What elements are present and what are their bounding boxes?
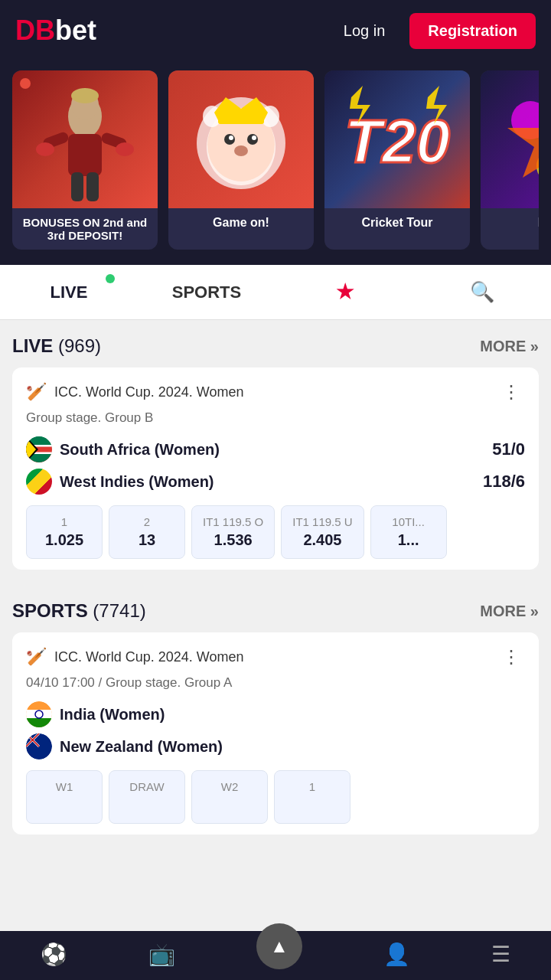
svg-rect-8 [71,172,83,201]
live-match-card-1: 🏏 ICC. World Cup. 2024. Women ⋮ Group st… [12,368,539,570]
match-stage-1: Group stage. Group B [26,410,525,426]
promo-label-love: Lov... [481,208,539,237]
promo-img-bonuses [12,70,158,208]
svg-rect-9 [86,172,99,201]
odds-btn-1-3[interactable]: IT1 119.5 O 1.536 [191,505,275,559]
soccer-player-svg [31,74,139,204]
live-indicator [106,274,115,283]
odds-row-1: 1 1.025 2 13 IT1 119.5 O 1.536 IT1 119.5… [26,505,525,559]
header-buttons: Log in Registration [328,13,536,49]
login-button[interactable]: Log in [328,15,401,47]
odds-btn-1-1[interactable]: 1 1.025 [26,505,103,559]
svg-point-6 [36,142,54,156]
promo-card-cricket[interactable]: T20 Cricket Tour [324,70,470,250]
team-info-nz: New Zealand (Women) [26,733,223,760]
match-teams-1: South Africa (Women) 51/0 West Indies (W… [26,436,525,495]
svg-rect-1 [68,134,102,176]
t20-svg: T20 [336,74,458,204]
team-info-india: India (Women) [26,701,165,727]
odds-btn-1-4[interactable]: IT1 119.5 U 2.405 [281,505,364,559]
live-section-title: LIVE (969) [12,335,101,357]
svg-rect-33 [26,718,52,727]
tab-live[interactable]: LIVE [0,265,138,319]
header: DBbet Log in Registration [0,0,551,61]
logo-bet: bet [55,15,96,47]
sports-section-title: SPORTS (7741) [12,600,146,622]
promo-section: BONUSES ON 2nd and 3rd DEPOSIT! [0,61,551,265]
sports-match-stage-1: 04/10 17:00 / Group stage. Group A [26,675,525,691]
sports-odds-row-1: W1 DRAW W2 1 [26,770,525,824]
promo-img-love [481,70,539,208]
registration-button[interactable]: Registration [409,13,536,49]
svg-point-17 [229,136,233,140]
svg-point-7 [116,142,134,156]
svg-rect-20 [218,118,264,124]
live-section-header: LIVE (969) MORE » [12,335,539,357]
flag-india [26,701,52,727]
sports-match-teams-1: India (Women) New Zealand (Women) [26,701,525,760]
promo-scroll: BONUSES ON 2nd and 3rd DEPOSIT! [12,70,539,250]
sports-match-league-1: 🏏 ICC. World Cup. 2024. Women [26,647,243,667]
tab-search[interactable]: 🔍 [413,265,551,319]
sports-odds-btn-w2[interactable]: W2 [191,770,268,824]
sports-section: SPORTS (7741) MORE » 🏏 ICC. World Cup. 2… [0,585,551,850]
love-svg [492,74,539,204]
flag-nz [26,733,52,760]
svg-rect-32 [26,710,52,719]
promo-img-t20: T20 [324,70,470,208]
live-dot [20,78,31,89]
promo-label-bonuses: BONUSES ON 2nd and 3rd DEPOSIT! [12,208,158,250]
tab-sports-label: SPORTS [172,283,241,302]
flag-south-africa [26,436,52,462]
promo-card-love[interactable]: Lov... [481,70,539,250]
promo-card-game-on[interactable]: Game on! [168,70,314,250]
cricket-icon-1: 🏏 [26,382,47,402]
match-league-1: 🏏 ICC. World Cup. 2024. Women [26,382,243,402]
cricket-icon-2: 🏏 [26,647,47,667]
logo-db: DB [15,15,55,47]
sports-match-header-1: 🏏 ICC. World Cup. 2024. Women ⋮ [26,646,525,668]
sports-more-link[interactable]: MORE » [480,603,539,620]
svg-point-3 [71,88,99,103]
sports-team-row-1: India (Women) [26,701,525,727]
team-info-sa: South Africa (Women) [26,436,220,462]
search-icon: 🔍 [470,280,494,304]
svg-point-18 [252,136,256,140]
tab-live-label: LIVE [51,283,88,302]
sports-match-card-1: 🏏 ICC. World Cup. 2024. Women ⋮ 04/10 17… [12,632,539,835]
live-section: LIVE (969) MORE » 🏏 ICC. World Cup. 2024… [0,320,551,585]
sports-odds-btn-draw[interactable]: DRAW [109,770,185,824]
promo-img-premier [168,70,314,208]
sports-odds-btn-1[interactable]: 1 [274,770,350,824]
nav-tabs: LIVE SPORTS ★ 🔍 [0,265,551,320]
tab-sports[interactable]: SPORTS [138,265,276,319]
favorites-icon: ★ [336,280,354,304]
svg-point-19 [234,145,248,156]
logo: DBbet [15,15,96,47]
odds-btn-1-2[interactable]: 2 13 [109,505,185,559]
sports-team-row-2: New Zealand (Women) [26,733,525,760]
premier-league-svg [187,74,295,204]
match-menu-1[interactable]: ⋮ [497,381,525,403]
sports-section-header: SPORTS (7741) MORE » [12,600,539,622]
odds-btn-1-5[interactable]: 10TI... 1... [370,505,447,559]
flag-west-indies [26,469,52,495]
promo-card-bonuses[interactable]: BONUSES ON 2nd and 3rd DEPOSIT! [12,70,158,250]
promo-label-cricket: Cricket Tour [324,208,470,237]
tab-favorites[interactable]: ★ [276,265,413,319]
promo-label-game-on: Game on! [168,208,314,237]
team-row-1: South Africa (Women) 51/0 [26,436,525,462]
sports-odds-btn-w1[interactable]: W1 [26,770,103,824]
sports-match-menu-1[interactable]: ⋮ [497,646,525,668]
team-row-2: West Indies (Women) 118/6 [26,469,525,495]
match-header-1: 🏏 ICC. World Cup. 2024. Women ⋮ [26,381,525,403]
live-more-link[interactable]: MORE » [480,338,539,355]
team-info-wi: West Indies (Women) [26,469,214,495]
